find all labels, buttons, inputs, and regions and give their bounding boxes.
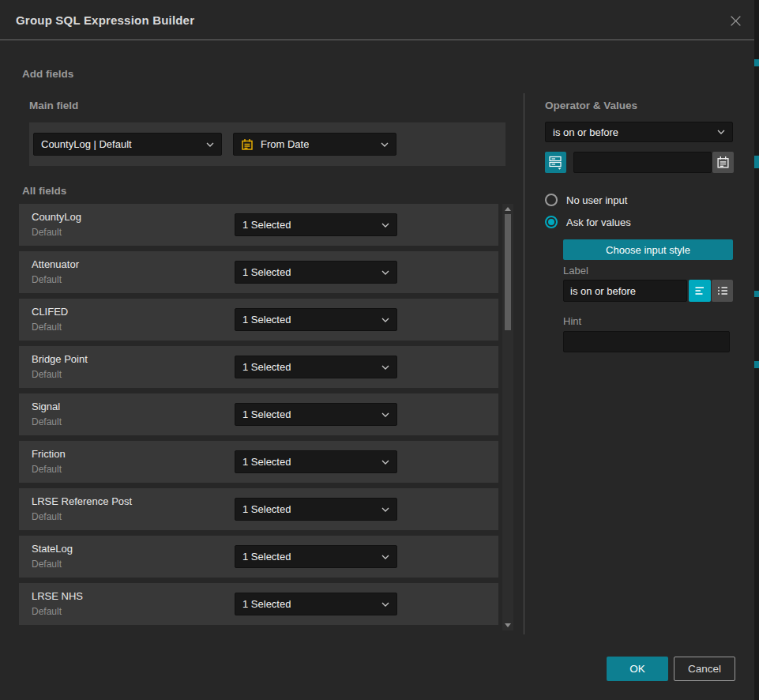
chevron-down-icon [381, 507, 389, 512]
stacked-values-icon [548, 155, 563, 170]
hint-input[interactable] [563, 331, 730, 352]
field-row: Attenuator Default 1 Selected [19, 251, 498, 293]
label-input[interactable] [563, 280, 687, 302]
main-field-label: Main field [29, 100, 78, 111]
field-selected-dropdown[interactable]: 1 Selected [235, 450, 397, 473]
date-value-input[interactable] [573, 152, 712, 173]
field-selected-count: 1 Selected [242, 314, 291, 326]
chevron-down-icon [717, 130, 725, 134]
dialog-title: Group SQL Expression Builder [16, 13, 194, 27]
field-selected-dropdown[interactable]: 1 Selected [235, 308, 397, 331]
field-selected-dropdown[interactable]: 1 Selected [235, 545, 397, 568]
field-subtitle: Default [32, 227, 62, 238]
chevron-down-icon [381, 602, 389, 607]
field-selected-count: 1 Selected [242, 551, 291, 563]
field-selected-count: 1 Selected [242, 598, 291, 610]
operator-dropdown[interactable]: is on or before [545, 122, 733, 142]
chevron-down-icon [381, 223, 389, 228]
field-selected-count: 1 Selected [242, 456, 291, 468]
field-subtitle: Default [32, 322, 62, 333]
align-left-icon [693, 284, 706, 297]
field-selected-dropdown[interactable]: 1 Selected [235, 403, 397, 426]
radio-ask-for-values-label: Ask for values [566, 216, 631, 228]
field-selected-count: 1 Selected [242, 503, 291, 515]
scroll-up-icon[interactable] [505, 207, 511, 211]
all-fields-label: All fields [22, 185, 66, 197]
chevron-down-icon [381, 142, 389, 147]
field-name: Friction [32, 448, 66, 460]
chevron-down-icon [381, 365, 389, 370]
field-row: CountyLog Default 1 Selected [19, 204, 498, 246]
main-layer-dropdown[interactable]: CountyLog | Default [33, 133, 222, 156]
field-row: Signal Default 1 Selected [19, 393, 498, 435]
chevron-down-icon [381, 460, 389, 465]
field-subtitle: Default [32, 464, 62, 475]
background-app-fragment [754, 291, 759, 297]
group-sql-expression-builder-dialog: Group SQL Expression Builder Add fields … [0, 0, 754, 700]
choose-input-style-button[interactable]: Choose input style [563, 239, 733, 260]
scroll-down-icon[interactable] [505, 623, 511, 627]
chevron-down-icon [381, 412, 389, 417]
date-picker-button[interactable] [712, 152, 734, 173]
field-name: CLIFED [32, 306, 68, 318]
field-selected-dropdown[interactable]: 1 Selected [235, 356, 397, 378]
all-fields-list: CountyLog Default 1 Selected Attenuator … [19, 204, 498, 630]
field-selected-dropdown[interactable]: 1 Selected [235, 261, 397, 284]
field-selected-dropdown[interactable]: 1 Selected [235, 498, 397, 521]
dialog-titlebar: Group SQL Expression Builder [0, 0, 754, 40]
field-selected-count: 1 Selected [242, 408, 291, 420]
operator-values-heading: Operator & Values [545, 100, 637, 111]
list-value-style-button[interactable] [712, 280, 733, 302]
cancel-button[interactable]: Cancel [674, 657, 735, 681]
field-name: Signal [32, 401, 60, 412]
close-icon [729, 14, 742, 28]
chevron-down-icon [381, 270, 389, 275]
radio-unselected-icon [545, 194, 558, 206]
field-subtitle: Default [32, 274, 62, 285]
field-subtitle: Default [32, 559, 62, 570]
field-subtitle: Default [32, 416, 62, 427]
field-selected-dropdown[interactable]: 1 Selected [235, 213, 397, 236]
ok-button[interactable]: OK [607, 657, 668, 681]
field-subtitle: Default [32, 369, 62, 380]
radio-no-user-input[interactable]: No user input [545, 194, 627, 206]
field-row: Friction Default 1 Selected [19, 441, 498, 483]
field-name: Attenuator [32, 258, 79, 270]
field-selected-count: 1 Selected [242, 361, 291, 373]
field-row: CLIFED Default 1 Selected [19, 299, 498, 341]
bulleted-list-icon [716, 284, 729, 297]
value-input-type-button[interactable] [545, 152, 566, 173]
field-row: LRSE Reference Post Default 1 Selected [19, 488, 498, 530]
field-selected-count: 1 Selected [242, 219, 291, 231]
field-selected-count: 1 Selected [242, 266, 291, 278]
operator-dropdown-value: is on or before [553, 126, 618, 138]
single-value-style-button[interactable] [689, 280, 711, 302]
calendar-icon [716, 156, 730, 169]
background-app-fragment [754, 156, 759, 168]
field-name: Bridge Point [32, 353, 88, 365]
main-layer-dropdown-value: CountyLog | Default [41, 138, 132, 150]
radio-no-user-input-label: No user input [566, 194, 627, 206]
main-field-dropdown-value: From Date [261, 138, 309, 150]
background-app-fragment [754, 59, 759, 66]
background-app-strip [754, 0, 759, 700]
radio-selected-icon [545, 216, 558, 228]
panel-divider [524, 93, 524, 634]
field-row: StateLog Default 1 Selected [19, 536, 498, 578]
scrollbar-thumb[interactable] [505, 214, 511, 330]
main-field-dropdown[interactable]: From Date [233, 133, 396, 156]
close-button[interactable] [724, 9, 746, 32]
radio-ask-for-values[interactable]: Ask for values [545, 216, 631, 228]
label-caption: Label [563, 265, 588, 277]
field-selected-dropdown[interactable]: 1 Selected [235, 593, 397, 615]
calendar-icon [241, 138, 254, 151]
chevron-down-icon [381, 318, 389, 322]
hint-caption: Hint [563, 315, 581, 327]
field-name: LRSE Reference Post [32, 495, 132, 507]
field-subtitle: Default [32, 606, 62, 617]
main-field-panel: CountyLog | Default From Date [29, 122, 505, 166]
background-app-fragment [754, 361, 759, 368]
fields-scrollbar[interactable] [502, 204, 513, 630]
field-name: LRSE NHS [32, 590, 83, 602]
field-subtitle: Default [32, 511, 62, 522]
